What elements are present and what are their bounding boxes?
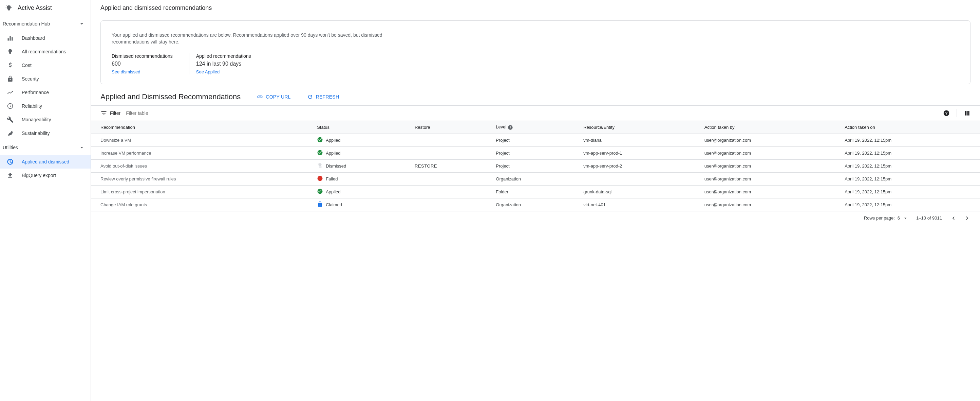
refresh-button[interactable]: REFRESH: [307, 94, 339, 100]
filter-label: Filter: [110, 110, 121, 116]
cell-action-by: user@organization.com: [699, 185, 839, 198]
table-row[interactable]: Avoid out-of-disk issuesDismissedRESTORE…: [91, 160, 980, 172]
status-icon-check: [317, 150, 323, 157]
th-status[interactable]: Status: [312, 121, 409, 134]
stat-value: 600: [111, 61, 173, 67]
pagination: Rows per page: 6 1–10 of 9011: [91, 211, 980, 225]
status-text: Dismissed: [326, 163, 346, 169]
sidebar-item-label: Performance: [22, 90, 49, 95]
cell-recommendation: Limit cross-project impersonation: [91, 185, 312, 198]
sidebar-item-manageability[interactable]: Manageability: [0, 113, 91, 126]
status-icon-check: [317, 188, 323, 195]
sidebar-item-dashboard[interactable]: Dashboard: [0, 31, 91, 45]
cell-action-by: user@organization.com: [699, 198, 839, 211]
wrench-icon: [7, 116, 14, 123]
help-icon[interactable]: ?: [943, 110, 950, 117]
cell-resource: virt-net-401: [578, 198, 699, 211]
filter-bar: Filter ?: [91, 105, 980, 121]
page-nav: [950, 215, 970, 222]
cell-action-on: April 19, 2022, 12:15pm: [839, 147, 980, 160]
cell-status: Failed: [312, 172, 409, 185]
svg-rect-9: [320, 179, 320, 180]
sidebar-item-all-recommendations[interactable]: All recommendations: [0, 45, 91, 58]
history-icon: [7, 158, 14, 165]
cell-resource: vm-diana: [578, 134, 699, 147]
restore-button[interactable]: RESTORE: [415, 163, 437, 169]
cell-action-by: user@organization.com: [699, 160, 839, 172]
sidebar-section-label: Recommendation Hub: [3, 21, 50, 27]
columns-icon[interactable]: [964, 110, 970, 117]
help-icon[interactable]: ?: [508, 125, 513, 130]
cell-action-on: April 19, 2022, 12:15pm: [839, 185, 980, 198]
next-page-icon[interactable]: [964, 215, 970, 222]
dollar-icon: [7, 62, 14, 69]
cell-recommendation: Downsize a VM: [91, 134, 312, 147]
cell-level: Organization: [490, 172, 578, 185]
sidebar-section-utilities-header[interactable]: Utilities: [0, 140, 91, 155]
page-header: Applied and dismissed recommendations: [91, 0, 980, 16]
section-header: Applied and Dismissed Recommendations CO…: [91, 84, 980, 105]
filter-input[interactable]: [126, 110, 943, 116]
cell-level: Project: [490, 147, 578, 160]
refresh-label: REFRESH: [316, 94, 339, 99]
cell-action-by: user@organization.com: [699, 172, 839, 185]
sidebar-item-security[interactable]: Security: [0, 72, 91, 86]
cell-resource: vm-app-serv-prod-2: [578, 160, 699, 172]
cell-level: Organization: [490, 198, 578, 211]
sidebar-section-hub: Recommendation Hub Dashboard All recomme…: [0, 16, 91, 140]
sidebar-section-hub-header[interactable]: Recommendation Hub: [0, 16, 91, 31]
svg-text:?: ?: [945, 111, 947, 115]
cell-level: Project: [490, 160, 578, 172]
sidebar: Active Assist Recommendation Hub Dashboa…: [0, 0, 91, 401]
th-resource[interactable]: Resource/Entity: [578, 121, 699, 134]
table-row[interactable]: Change IAM role grantsClaimedOrganizatio…: [91, 198, 980, 211]
copy-url-button[interactable]: COPY URL: [257, 94, 291, 100]
sidebar-item-bigquery-export[interactable]: BigQuery export: [0, 169, 91, 182]
page-range: 1–10 of 9011: [916, 216, 942, 220]
table-row[interactable]: Limit cross-project impersonationApplied…: [91, 185, 980, 198]
rows-label: Rows per page:: [864, 216, 895, 220]
status-icon-error: [317, 175, 323, 182]
summary-card: Your applied and dismissed recommendatio…: [100, 21, 970, 84]
th-action-on[interactable]: Action taken on: [839, 121, 980, 134]
cell-resource: grunk-data-sql: [578, 185, 699, 198]
sidebar-item-sustainability[interactable]: Sustainability: [0, 126, 91, 140]
stat-dismissed: Dismissed recommendations 600 See dismis…: [111, 53, 189, 74]
table-row[interactable]: Increase VM performanceAppliedProjectvm-…: [91, 147, 980, 160]
cell-status: Applied: [312, 185, 409, 198]
th-level[interactable]: Level?: [490, 121, 578, 134]
stat-label: Dismissed recommendations: [111, 53, 173, 59]
lock-icon: [7, 75, 14, 82]
see-applied-link[interactable]: See Applied: [196, 69, 220, 74]
sidebar-item-applied-dismissed[interactable]: Applied and dismissed: [0, 155, 91, 169]
status-text: Applied: [326, 150, 340, 156]
table-row[interactable]: Downsize a VMAppliedProjectvm-dianauser@…: [91, 134, 980, 147]
sidebar-item-cost[interactable]: Cost: [0, 58, 91, 72]
sidebar-item-label: Cost: [22, 62, 32, 68]
status-text: Applied: [326, 189, 340, 194]
chevron-down-icon: [78, 144, 85, 151]
cell-restore: RESTORE: [409, 160, 490, 172]
table-row[interactable]: Review overly permissive firewall rulesF…: [91, 172, 980, 185]
cell-level: Folder: [490, 185, 578, 198]
cell-restore: [409, 147, 490, 160]
th-action-by[interactable]: Action taken by: [699, 121, 839, 134]
th-restore[interactable]: Restore: [409, 121, 490, 134]
cell-restore: [409, 185, 490, 198]
section-title: Applied and Dismissed Recommendations: [100, 93, 240, 101]
see-dismissed-link[interactable]: See dismissed: [111, 69, 140, 74]
th-recommendation[interactable]: Recommendation: [91, 121, 312, 134]
divider: [956, 109, 957, 117]
cell-action-by: user@organization.com: [699, 147, 839, 160]
cell-recommendation: Increase VM performance: [91, 147, 312, 160]
rows-select[interactable]: 6: [897, 216, 908, 221]
sidebar-item-label: Applied and dismissed: [22, 159, 69, 165]
cell-restore: [409, 134, 490, 147]
sidebar-item-performance[interactable]: Performance: [0, 86, 91, 99]
status-icon-check: [317, 137, 323, 144]
link-icon: [257, 94, 263, 100]
sidebar-item-label: Reliability: [22, 103, 42, 109]
status-icon-dismissed: [317, 163, 323, 169]
prev-page-icon[interactable]: [950, 215, 957, 222]
sidebar-item-reliability[interactable]: Reliability: [0, 99, 91, 113]
